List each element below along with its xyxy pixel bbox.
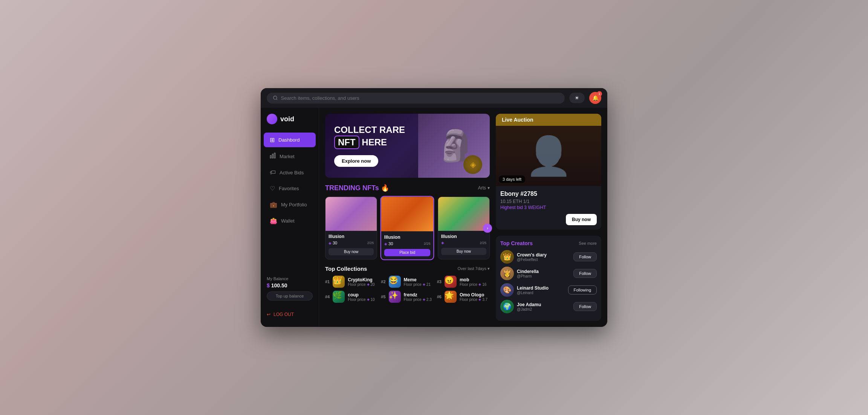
floor-2: Floor price ◈ 16 [460, 282, 486, 287]
nft-grid: Illusion ◈ 30 2/25 Buy now [325, 197, 490, 259]
arts-filter-button[interactable]: Arts ▾ [478, 185, 490, 191]
trending-header: TRENDING NFTs 🔥 Arts ▾ [325, 184, 490, 192]
eth-symbol-0: ◈ [329, 241, 332, 245]
collection-avatar-5: 🌟 [445, 291, 457, 303]
trending-title: TRENDING NFTs 🔥 [325, 184, 389, 192]
logo-icon [267, 114, 277, 124]
sidebar-item-market[interactable]: Market [264, 149, 316, 164]
eth-symbol-1: ◈ [384, 241, 387, 246]
logo: void [261, 114, 319, 132]
follow-button-3[interactable]: Follow [573, 302, 597, 311]
eth-symbol-2: ◈ [441, 241, 444, 245]
collection-item-1[interactable]: #2 😂 Meme Floor price ◈ 21 [381, 276, 434, 288]
auction-figure: 👤 [525, 134, 572, 178]
see-more-link[interactable]: See more [579, 241, 597, 246]
creator-item-0: 👑 Crown's diary @Felixeffect Follow [500, 250, 597, 264]
follow-button-1[interactable]: Follow [573, 269, 597, 278]
notification-button[interactable]: 🔔 1 [589, 92, 601, 104]
balance-amount: $ 100.50 [267, 282, 313, 288]
chevron-down-icon: ▾ [487, 266, 490, 271]
nft-highlight: NFT [334, 136, 359, 150]
creator-avatar-3: 🌍 [500, 300, 514, 313]
next-button[interactable]: › [483, 224, 492, 233]
logout-button[interactable]: ↩ LOG OUT [261, 308, 319, 321]
collection-item-0[interactable]: #1 👑 CryptoKing Floor price ◈ 20 [325, 276, 378, 288]
browser-window: ☀ 🔔 1 void ⊞ Dashbord Market [261, 88, 607, 327]
nft-thumbnail-2 [438, 197, 489, 231]
active-bids-icon: 🏷 [270, 169, 276, 176]
collections-header: Top Collections Over last 7days ▾ [325, 265, 490, 272]
floor-5: Floor price ◈ 3.7 [460, 298, 487, 302]
sidebar-item-active-bids[interactable]: 🏷 Active Bids [264, 165, 316, 180]
main-layout: void ⊞ Dashbord Market 🏷 Active Bids ♡ [261, 108, 607, 327]
following-button-2[interactable]: Following [568, 285, 597, 294]
sidebar-item-wallet[interactable]: 👛 Wallet [264, 214, 316, 228]
wallet-icon: 👛 [270, 217, 277, 224]
search-icon [273, 95, 278, 101]
theme-toggle-button[interactable]: ☀ [569, 93, 585, 103]
balance-label: My Balance [267, 276, 313, 281]
hero-banner: COLLECT RARE NFT HERE Explore now 🗿 ◈ [325, 114, 490, 178]
hero-title: COLLECT RARE NFT HERE [334, 125, 405, 150]
hero-text: COLLECT RARE NFT HERE Explore now [334, 125, 405, 167]
auction-image: 👤 3 days left [496, 126, 601, 186]
buy-button-0[interactable]: Buy now [329, 248, 374, 255]
dashboard-icon: ⊞ [270, 136, 275, 143]
place-bid-button[interactable]: Place bid [384, 249, 431, 256]
explore-now-button[interactable]: Explore now [334, 155, 378, 167]
sidebar-item-label: My Portfolio [281, 202, 307, 208]
sidebar: void ⊞ Dashbord Market 🏷 Active Bids ♡ [261, 108, 319, 327]
creators-header: Top Creators See more [500, 240, 597, 246]
collection-avatar-1: 😂 [389, 276, 401, 288]
nft-card-2[interactable]: Illusion ◈ 2/25 Buy now [438, 197, 490, 259]
top-up-button[interactable]: Top up balance [267, 291, 313, 301]
nft-card-0[interactable]: Illusion ◈ 30 2/25 Buy now [325, 197, 377, 259]
buy-button-2[interactable]: Buy now [441, 248, 486, 255]
notification-badge: 1 [597, 91, 602, 96]
left-column: COLLECT RARE NFT HERE Explore now 🗿 ◈ [325, 114, 490, 321]
nft-price-0: ◈ 30 [329, 241, 337, 245]
collection-avatar-3: 🌿 [333, 291, 345, 303]
portfolio-icon: 💼 [270, 201, 277, 208]
nft-thumbnail-0 [326, 197, 377, 231]
sidebar-item-favorites[interactable]: ♡ Favorites [264, 181, 316, 196]
collection-item-5[interactable]: #6 🌟 Omo Ologo Floor price ◈ 3.7 [437, 291, 490, 303]
nft-card-body-1: Illusion ◈ 30 2/25 Place bid [381, 231, 434, 259]
time-filter-button[interactable]: Over last 7days ▾ [458, 266, 490, 271]
follow-button-0[interactable]: Follow [573, 252, 597, 261]
days-left-badge: 3 days left [499, 175, 525, 183]
logo-text: void [280, 115, 294, 123]
collections-grid: #1 👑 CryptoKing Floor price ◈ 20 [325, 276, 490, 303]
nft-card-body-0: Illusion ◈ 30 2/25 Buy now [326, 231, 377, 258]
auction-eth: 10.15 ETH 1/1 [500, 199, 597, 204]
sidebar-item-portfolio[interactable]: 💼 My Portfolio [264, 197, 316, 212]
floor-0: Floor price ◈ 20 [348, 282, 374, 287]
collection-item-2[interactable]: #3 😠 mob Floor price ◈ 16 [437, 276, 490, 288]
sidebar-item-label: Active Bids [280, 170, 304, 175]
sidebar-item-label: Wallet [281, 218, 295, 224]
eth-coin: ◈ [463, 155, 482, 174]
nft-price-2: ◈ [441, 241, 445, 245]
creators-title: Top Creators [500, 240, 533, 246]
svg-rect-2 [272, 154, 274, 158]
creator-avatar-0: 👑 [500, 250, 514, 264]
live-auction-badge: Live Auction [496, 114, 601, 126]
content-area: COLLECT RARE NFT HERE Explore now 🗿 ◈ [319, 108, 607, 327]
sidebar-item-dashboard[interactable]: ⊞ Dashbord [264, 133, 316, 147]
svg-rect-3 [274, 153, 275, 158]
floor-3: Floor price ◈ 10 [348, 298, 374, 302]
collection-item-4[interactable]: #5 ✨ frendz Floor price ◈ 2.3 [381, 291, 434, 303]
nft-card-1[interactable]: Illusion ◈ 30 2/25 Place bid [381, 196, 434, 260]
search-bar[interactable] [267, 93, 565, 104]
favorites-icon: ♡ [270, 185, 275, 192]
sidebar-item-label: Favorites [279, 186, 299, 191]
buy-now-button[interactable]: Buy now [566, 214, 597, 225]
floor-1: Floor price ◈ 21 [404, 282, 431, 287]
svg-rect-1 [270, 156, 271, 158]
creator-avatar-1: 👸 [500, 267, 514, 280]
browser-bar: ☀ 🔔 1 [261, 88, 607, 108]
search-input[interactable] [281, 95, 559, 101]
nft-card-body-2: Illusion ◈ 2/25 Buy now [438, 231, 489, 258]
collection-avatar-2: 😠 [445, 276, 457, 288]
collection-item-3[interactable]: #4 🌿 coup Floor price ◈ 10 [325, 291, 378, 303]
